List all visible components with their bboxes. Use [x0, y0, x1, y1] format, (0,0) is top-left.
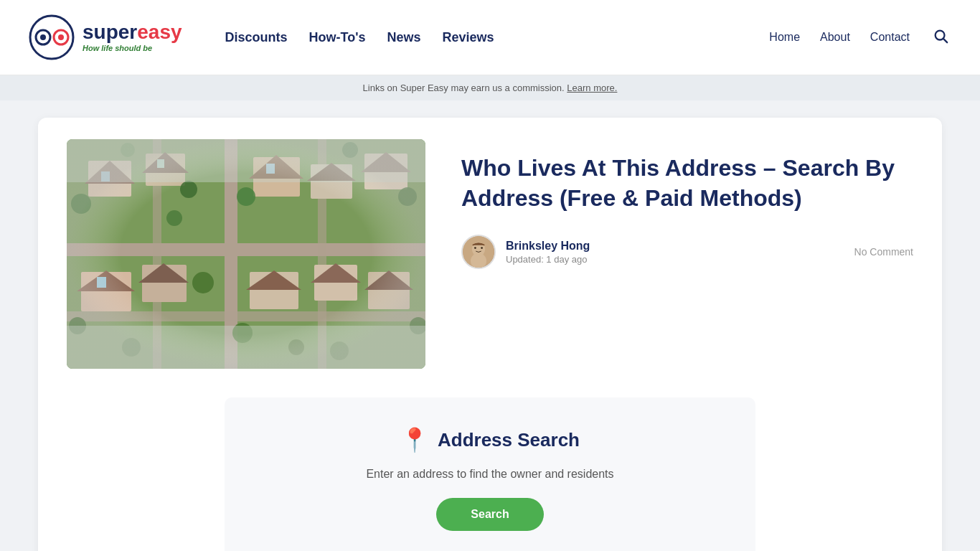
author-info: Brinksley Hong Updated: 1 day ago — [461, 235, 590, 269]
hero-section: Who Lives At This Address – Search By Ad… — [67, 139, 913, 369]
author-avatar-image — [463, 236, 494, 268]
nav-contact[interactable]: Contact — [870, 31, 910, 44]
author-details: Brinksley Hong Updated: 1 day ago — [506, 240, 590, 265]
widget-title: Address Search — [438, 429, 580, 451]
author-avatar — [461, 235, 496, 269]
address-widget: 📍 Address Search Enter an address to fin… — [225, 397, 755, 551]
logo-super: super — [83, 21, 137, 43]
author-name: Brinksley Hong — [506, 240, 590, 253]
author-row: Brinksley Hong Updated: 1 day ago No Com… — [461, 235, 913, 269]
logo-link[interactable]: supereasy How life should be — [29, 14, 182, 61]
right-nav: Home About Contact — [769, 25, 951, 50]
nav-about[interactable]: About — [820, 31, 850, 44]
svg-rect-53 — [67, 139, 425, 369]
learn-more-link[interactable]: Learn more. — [567, 83, 617, 93]
article-title: Who Lives At This Address – Search By Ad… — [461, 154, 913, 213]
nav-howtos[interactable]: How-To's — [309, 30, 366, 45]
logo-easy: easy — [137, 21, 182, 43]
nav-reviews[interactable]: Reviews — [443, 30, 494, 45]
logo-icon — [29, 14, 75, 61]
svg-point-4 — [58, 34, 64, 40]
address-search-button[interactable]: Search — [436, 498, 543, 531]
logo-text-group: supereasy How life should be — [83, 22, 182, 52]
svg-line-6 — [943, 39, 947, 42]
svg-point-3 — [40, 34, 46, 40]
logo-tagline: How life should be — [83, 44, 182, 52]
main-nav: Discounts How-To's News Reviews — [225, 30, 770, 45]
widget-title-row: 📍 Address Search — [246, 426, 734, 453]
widget-subtitle: Enter an address to find the owner and r… — [246, 468, 734, 481]
nav-news[interactable]: News — [387, 30, 421, 45]
hero-image — [67, 139, 425, 369]
commission-bar: Links on Super Easy may earn us a commis… — [0, 75, 980, 100]
map-pin-icon: 📍 — [400, 426, 429, 453]
site-header: supereasy How life should be Discounts H… — [0, 0, 980, 75]
nav-discounts[interactable]: Discounts — [225, 30, 288, 45]
commission-text: Links on Super Easy may earn us a commis… — [363, 83, 565, 93]
search-button[interactable] — [930, 25, 951, 50]
svg-point-57 — [474, 247, 476, 249]
hero-text: Who Lives At This Address – Search By Ad… — [461, 139, 913, 269]
article-card: Who Lives At This Address – Search By Ad… — [38, 118, 942, 551]
main-content: Who Lives At This Address – Search By Ad… — [24, 118, 956, 551]
author-updated: Updated: 1 day ago — [506, 254, 590, 265]
nav-home[interactable]: Home — [769, 31, 800, 44]
svg-point-58 — [481, 247, 483, 249]
svg-point-56 — [471, 253, 486, 269]
no-comment: No Comment — [854, 246, 913, 258]
